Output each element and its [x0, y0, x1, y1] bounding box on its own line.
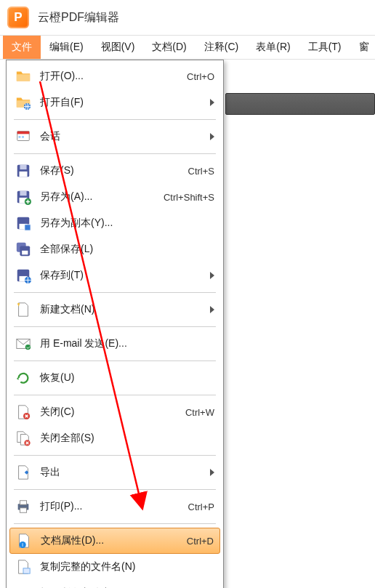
svg-rect-4	[22, 136, 24, 138]
menu-item-label: 导出	[40, 466, 206, 479]
session-icon	[15, 129, 31, 145]
menu-item-shortcut: Ctrl+S	[188, 166, 214, 177]
menu-item-new-document[interactable]: 新建文档(N)	[8, 297, 222, 323]
svg-rect-9	[20, 191, 26, 196]
file-menu-dropdown: 打开(O)...Ctrl+O打开自(F)会话保存(S)Ctrl+S另存为(A).…	[6, 60, 224, 588]
menu-item-shortcut: Ctrl+P	[188, 502, 214, 512]
menu-edit[interactable]: 编辑(E)	[41, 36, 92, 59]
menu-item-label: 会话	[40, 130, 206, 143]
menu-item-label: 关闭全部(S)	[40, 432, 214, 445]
menu-separator	[14, 292, 216, 293]
close-all-icon	[15, 430, 31, 446]
menu-item-print[interactable]: 打印(P)...Ctrl+P	[8, 494, 222, 520]
menu-item-document-properties[interactable]: i文档属性(D)...Ctrl+D	[9, 528, 220, 554]
menu-separator	[14, 455, 216, 456]
app-title: 云橙PDF编辑器	[38, 10, 119, 25]
menu-item-revert[interactable]: 恢复(U)	[8, 365, 222, 391]
menu-bar: 文件编辑(E)视图(V)文档(D)注释(C)表单(R)工具(T)窗	[0, 35, 375, 60]
menu-item-label: 另存为(A)...	[40, 190, 158, 204]
new-document-icon	[15, 302, 31, 318]
svg-rect-30	[23, 568, 30, 573]
menu-item-open-containing-folder[interactable]: 打开所在文件夹(F)...	[8, 580, 222, 588]
save-icon	[15, 163, 31, 179]
open-icon	[15, 68, 31, 84]
submenu-arrow-icon	[210, 99, 214, 106]
menu-item-label: 打印(P)...	[40, 500, 182, 513]
svg-rect-2	[17, 132, 30, 134]
menu-item-label: 复制完整的文件名(N)	[40, 560, 214, 573]
svg-rect-14	[25, 225, 31, 230]
svg-rect-7	[20, 172, 28, 177]
save-copy-icon	[15, 215, 31, 231]
menu-item-label: 用 E-mail 发送(E)...	[40, 337, 214, 350]
menu-comment[interactable]: 注释(C)	[195, 36, 247, 59]
menu-separator	[14, 153, 216, 154]
svg-rect-17	[22, 251, 28, 255]
menu-item-shortcut: Ctrl+W	[185, 407, 214, 418]
menu-item-save-as[interactable]: 另存为(A)...Ctrl+Shift+S	[8, 184, 222, 210]
menu-item-label: 文档属性(D)...	[41, 534, 181, 547]
svg-rect-6	[20, 165, 26, 169]
menu-document[interactable]: 文档(D)	[143, 36, 195, 59]
submenu-arrow-icon	[210, 272, 214, 279]
menu-tool[interactable]: 工具(T)	[299, 36, 350, 59]
send-email-icon	[15, 336, 31, 352]
menu-item-close-all[interactable]: 关闭全部(S)	[8, 425, 222, 451]
menu-separator	[14, 523, 216, 524]
menu-item-shortcut: Ctrl+Shift+S	[164, 192, 214, 203]
menu-item-send-email[interactable]: 用 E-mail 发送(E)...	[8, 331, 222, 357]
save-as-icon	[15, 189, 31, 205]
svg-rect-27	[20, 508, 26, 512]
submenu-arrow-icon	[210, 306, 214, 313]
menu-separator	[14, 361, 216, 361]
toolbar-strip	[225, 93, 375, 115]
open-from-icon	[15, 94, 31, 110]
menu-item-label: 恢复(U)	[40, 371, 214, 384]
svg-rect-26	[20, 501, 26, 505]
menu-view[interactable]: 视图(V)	[92, 36, 144, 59]
menu-item-session[interactable]: 会话	[8, 124, 222, 150]
menu-item-open-from[interactable]: 打开自(F)	[8, 89, 222, 116]
menu-item-shortcut: Ctrl+O	[187, 71, 214, 82]
document-properties-icon: i	[16, 533, 32, 549]
menu-separator	[14, 326, 216, 327]
menu-item-label: 关闭(C)	[40, 406, 180, 419]
menu-item-label: 打开(O)...	[40, 70, 181, 83]
menu-file[interactable]: 文件	[3, 36, 41, 59]
app-logo-letter: P	[14, 10, 22, 25]
menu-item-close[interactable]: 关闭(C)Ctrl+W	[8, 399, 222, 425]
save-all-icon	[15, 241, 31, 257]
open-containing-folder-icon	[15, 585, 31, 588]
menu-item-export[interactable]: 导出	[8, 459, 222, 486]
submenu-arrow-icon	[210, 469, 214, 476]
menu-item-open[interactable]: 打开(O)...Ctrl+O	[8, 63, 222, 89]
title-bar: P 云橙PDF编辑器	[0, 0, 375, 35]
submenu-arrow-icon	[210, 133, 214, 140]
menu-separator	[14, 489, 216, 490]
menu-item-label: 保存到(T)	[40, 269, 206, 282]
menu-item-save-all[interactable]: 全部保存(L)	[8, 236, 222, 262]
menu-item-label: 新建文档(N)	[40, 303, 206, 316]
print-icon	[15, 499, 31, 515]
menu-item-copy-filename[interactable]: 复制完整的文件名(N)	[8, 554, 222, 580]
copy-filename-icon	[15, 559, 31, 575]
close-icon	[15, 404, 31, 420]
export-icon	[15, 464, 31, 480]
save-to-icon	[15, 267, 31, 283]
menu-item-label: 另存为副本(Y)...	[40, 217, 214, 230]
menu-item-save-copy[interactable]: 另存为副本(Y)...	[8, 210, 222, 236]
menu-window[interactable]: 窗	[350, 36, 375, 59]
svg-rect-3	[19, 136, 21, 138]
menu-item-save-to[interactable]: 保存到(T)	[8, 262, 222, 289]
menu-separator	[14, 119, 216, 120]
menu-separator	[14, 395, 216, 395]
menu-item-shortcut: Ctrl+D	[187, 536, 214, 547]
menu-item-label: 打开自(F)	[40, 96, 206, 109]
menu-item-label: 保存(S)	[40, 164, 182, 177]
menu-item-label: 全部保存(L)	[40, 243, 214, 256]
revert-icon	[15, 370, 31, 386]
app-logo-icon: P	[7, 7, 29, 28]
menu-form[interactable]: 表单(R)	[247, 36, 299, 59]
menu-item-save[interactable]: 保存(S)Ctrl+S	[8, 158, 222, 184]
svg-point-22	[25, 345, 31, 350]
